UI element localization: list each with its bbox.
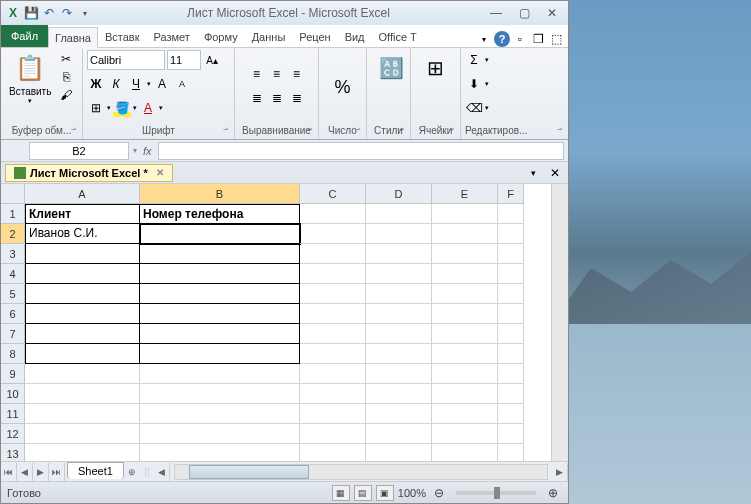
decrease-font-icon[interactable]: A [173, 75, 191, 93]
cell-B7[interactable] [140, 324, 300, 344]
cell-F9[interactable] [498, 364, 524, 384]
cell-C6[interactable] [300, 304, 366, 324]
doc-tabs-dropdown-icon[interactable]: ▾ [524, 164, 542, 182]
cell-E3[interactable] [432, 244, 498, 264]
cell-F2[interactable] [498, 224, 524, 244]
new-sheet-icon[interactable]: ⊕ [124, 463, 140, 481]
hscroll-right-icon[interactable]: ▶ [552, 463, 568, 481]
cell-E13[interactable] [432, 444, 498, 461]
cell-C11[interactable] [300, 404, 366, 424]
sheet-nav-first-icon[interactable]: ⏮ [1, 463, 17, 481]
font-color-button[interactable]: A [139, 99, 157, 117]
sheet-nav-next-icon[interactable]: ▶ [33, 463, 49, 481]
align-bottom-icon[interactable]: ≡ [288, 65, 306, 83]
cell-F11[interactable] [498, 404, 524, 424]
select-all-corner[interactable] [1, 184, 25, 204]
cell-F6[interactable] [498, 304, 524, 324]
doc-close-icon[interactable]: ⬚ [548, 31, 564, 47]
cell-B8[interactable] [140, 344, 300, 364]
font-size-select[interactable] [167, 50, 201, 70]
paste-button[interactable]: 📋 Вставить ▾ [5, 50, 55, 107]
vertical-scrollbar[interactable] [551, 184, 568, 461]
increase-font-icon[interactable]: A [153, 75, 171, 93]
col-header-E[interactable]: E [432, 184, 498, 204]
excel-app-icon[interactable]: X [5, 5, 21, 21]
cell-C5[interactable] [300, 284, 366, 304]
cell-E5[interactable] [432, 284, 498, 304]
sheet-nav-prev-icon[interactable]: ◀ [17, 463, 33, 481]
cell-C7[interactable] [300, 324, 366, 344]
cell-F12[interactable] [498, 424, 524, 444]
row-header[interactable]: 2 [1, 224, 25, 244]
cell-B9[interactable] [140, 364, 300, 384]
cell-D13[interactable] [366, 444, 432, 461]
cell-D10[interactable] [366, 384, 432, 404]
cell-D3[interactable] [366, 244, 432, 264]
cell-B3[interactable] [140, 244, 300, 264]
doc-tab-close-icon[interactable]: ✕ [156, 167, 164, 178]
cell-A10[interactable] [25, 384, 140, 404]
cell-B4[interactable] [140, 264, 300, 284]
cell-A11[interactable] [25, 404, 140, 424]
row-header[interactable]: 11 [1, 404, 25, 424]
cell-D4[interactable] [366, 264, 432, 284]
row-header[interactable]: 6 [1, 304, 25, 324]
cell-A5[interactable] [25, 284, 140, 304]
save-icon[interactable]: 💾 [23, 5, 39, 21]
cell-F7[interactable] [498, 324, 524, 344]
cell-F4[interactable] [498, 264, 524, 284]
zoom-slider[interactable] [456, 491, 536, 495]
cell-F1[interactable] [498, 204, 524, 224]
cell-E8[interactable] [432, 344, 498, 364]
tab-insert[interactable]: Вставк [98, 26, 147, 47]
fill-color-button[interactable]: 🪣 [113, 99, 131, 117]
cell-D11[interactable] [366, 404, 432, 424]
cell-E10[interactable] [432, 384, 498, 404]
cell-A7[interactable] [25, 324, 140, 344]
cell-A2[interactable]: Иванов С.И. [25, 224, 140, 244]
cell-C12[interactable] [300, 424, 366, 444]
sheet-tab[interactable]: Sheet1 [67, 462, 124, 479]
cell-E11[interactable] [432, 404, 498, 424]
view-normal-icon[interactable]: ▦ [332, 485, 350, 501]
cell-B1[interactable]: Номер телефона [140, 204, 300, 224]
cell-E12[interactable] [432, 424, 498, 444]
cell-F13[interactable] [498, 444, 524, 461]
row-header[interactable]: 8 [1, 344, 25, 364]
view-break-icon[interactable]: ▣ [376, 485, 394, 501]
grow-font-icon[interactable]: A▴ [203, 51, 221, 69]
col-header-C[interactable]: C [300, 184, 366, 204]
align-left-icon[interactable]: ≣ [248, 89, 266, 107]
cell-E2[interactable] [432, 224, 498, 244]
cell-C2[interactable] [300, 224, 366, 244]
align-right-icon[interactable]: ≣ [288, 89, 306, 107]
cell-C13[interactable] [300, 444, 366, 461]
font-name-select[interactable] [87, 50, 165, 70]
cell-F5[interactable] [498, 284, 524, 304]
cell-D12[interactable] [366, 424, 432, 444]
tab-office[interactable]: Office T [372, 26, 424, 47]
cell-D5[interactable] [366, 284, 432, 304]
cell-B5[interactable] [140, 284, 300, 304]
cell-B10[interactable] [140, 384, 300, 404]
cell-C4[interactable] [300, 264, 366, 284]
undo-icon[interactable]: ↶ [41, 5, 57, 21]
cell-C1[interactable] [300, 204, 366, 224]
cell-A3[interactable] [25, 244, 140, 264]
cell-A12[interactable] [25, 424, 140, 444]
bold-button[interactable]: Ж [87, 75, 105, 93]
cell-F3[interactable] [498, 244, 524, 264]
formula-bar[interactable] [158, 142, 564, 160]
cell-E7[interactable] [432, 324, 498, 344]
cell-B12[interactable] [140, 424, 300, 444]
cell-E9[interactable] [432, 364, 498, 384]
fx-icon[interactable]: fx [137, 145, 158, 157]
cell-E1[interactable] [432, 204, 498, 224]
doc-tabs-close-icon[interactable]: ✕ [546, 164, 564, 182]
cell-B2[interactable] [140, 224, 300, 244]
view-layout-icon[interactable]: ▤ [354, 485, 372, 501]
qat-dropdown-icon[interactable]: ▾ [77, 5, 93, 21]
help-icon[interactable]: ? [494, 31, 510, 47]
cell-A8[interactable] [25, 344, 140, 364]
ribbon-dropdown-icon[interactable]: ▾ [476, 31, 492, 47]
